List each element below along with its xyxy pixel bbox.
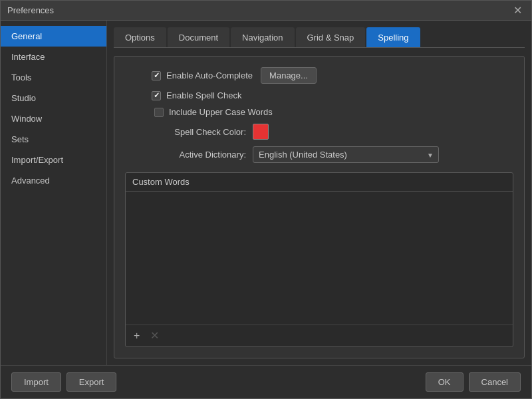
sidebar-item-import-export[interactable]: Import/Export	[1, 150, 106, 170]
tab-navigation[interactable]: Navigation	[231, 27, 294, 47]
cancel-button[interactable]: Cancel	[469, 372, 521, 392]
enable-autocomplete-label[interactable]: Enable Auto-Complete	[166, 70, 253, 80]
custom-words-header: Custom Words	[126, 173, 513, 192]
dictionary-dropdown-wrapper: English (United States) English (United …	[253, 146, 439, 163]
enable-spellcheck-label[interactable]: Enable Spell Check	[166, 90, 241, 100]
sidebar-item-general[interactable]: General	[1, 26, 106, 47]
spellcheck-row: Enable Spell Check	[125, 90, 513, 100]
title-bar: Preferences ✕	[1, 1, 531, 21]
autocomplete-row: Enable Auto-Complete Manage...	[125, 67, 513, 84]
bottom-left-actions: Import Export	[11, 372, 116, 392]
sidebar-item-sets[interactable]: Sets	[1, 129, 106, 150]
tab-document[interactable]: Document	[168, 27, 229, 47]
enable-autocomplete-checkbox[interactable]	[152, 71, 161, 80]
spell-check-color-row: Spell Check Color:	[125, 124, 513, 140]
ok-button[interactable]: OK	[426, 372, 464, 392]
sidebar-item-window[interactable]: Window	[1, 108, 106, 129]
manage-button[interactable]: Manage...	[261, 67, 317, 84]
include-uppercase-checkbox[interactable]	[154, 108, 164, 117]
custom-words-box: Custom Words + ✕	[125, 172, 513, 347]
add-word-button[interactable]: +	[131, 329, 142, 342]
preferences-window: Preferences ✕ General Interface Tools St…	[0, 0, 532, 399]
export-button[interactable]: Export	[66, 372, 117, 392]
custom-words-toolbar: + ✕	[126, 325, 513, 346]
custom-words-list[interactable]	[126, 192, 513, 325]
main-content: General Interface Tools Studio Window Se…	[1, 21, 531, 365]
custom-words-section: Custom Words + ✕	[125, 172, 513, 347]
tab-bar: Options Document Navigation Grid & Snap …	[114, 27, 525, 48]
sidebar-item-advanced[interactable]: Advanced	[1, 170, 106, 191]
dictionary-dropdown[interactable]: English (United States) English (United …	[253, 146, 439, 163]
spell-check-color-swatch[interactable]	[253, 124, 269, 140]
sidebar: General Interface Tools Studio Window Se…	[1, 21, 107, 365]
active-dictionary-label: Active Dictionary:	[140, 150, 246, 160]
bottom-bar: Import Export OK Cancel	[1, 365, 531, 398]
close-button[interactable]: ✕	[511, 4, 525, 17]
import-button[interactable]: Import	[11, 372, 61, 392]
uppercase-row: Include Upper Case Words	[125, 107, 513, 117]
content-area: Options Document Navigation Grid & Snap …	[107, 21, 531, 365]
active-dictionary-row: Active Dictionary: English (United State…	[125, 146, 513, 163]
tab-spelling[interactable]: Spelling	[366, 27, 420, 47]
bottom-right-actions: OK Cancel	[426, 372, 521, 392]
include-uppercase-label[interactable]: Include Upper Case Words	[169, 107, 273, 117]
tab-options[interactable]: Options	[114, 27, 166, 47]
remove-word-button[interactable]: ✕	[148, 329, 162, 342]
spell-check-color-label: Spell Check Color:	[140, 127, 246, 137]
sidebar-item-studio[interactable]: Studio	[1, 88, 106, 108]
sidebar-item-tools[interactable]: Tools	[1, 67, 106, 88]
spelling-panel: Enable Auto-Complete Manage... Enable Sp…	[114, 56, 525, 358]
window-title: Preferences	[7, 5, 54, 15]
sidebar-item-interface[interactable]: Interface	[1, 47, 106, 67]
tab-grid-snap[interactable]: Grid & Snap	[296, 27, 366, 47]
enable-spellcheck-checkbox[interactable]	[152, 91, 161, 100]
